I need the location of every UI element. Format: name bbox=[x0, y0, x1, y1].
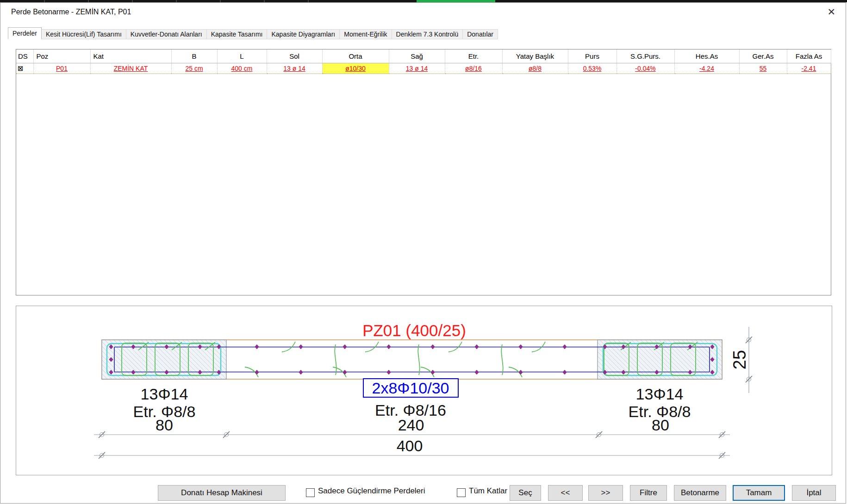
table-header-row: DS Poz Kat B L Sol Orta Sağ Etr. Yatay B… bbox=[16, 49, 831, 63]
col-header-ger-as: Ger.As bbox=[739, 49, 787, 63]
all-floors-checkbox[interactable] bbox=[457, 488, 466, 497]
only-strengthening-checkbox[interactable] bbox=[306, 488, 315, 497]
ds-checkbox[interactable]: ⊠ bbox=[16, 63, 33, 74]
cell-yatay-baslik[interactable]: ø8/8 bbox=[502, 63, 568, 74]
cell-l[interactable]: 400 cm bbox=[217, 63, 267, 74]
dim-left-label: 80 bbox=[156, 416, 173, 434]
wall-drawing-panel: PZ01 (400/25) bbox=[16, 306, 832, 475]
cell-b[interactable]: 25 cm bbox=[171, 63, 217, 74]
cell-sol[interactable]: 13 ø 14 bbox=[267, 63, 322, 74]
tab-kapasite-diyagramlari[interactable]: Kapasite Diyagramları bbox=[267, 29, 340, 39]
rebar-calculator-button[interactable]: Donatı Hesap Makinesi bbox=[158, 485, 286, 501]
col-header-etr: Etr. bbox=[445, 49, 502, 63]
wall-section-drawing: PZ01 (400/25) bbox=[16, 306, 832, 475]
thickness-dimension: 25 bbox=[730, 327, 752, 393]
tabbar: Perdeler Kesit Hücresi(Lif) Tasarımı Kuv… bbox=[8, 27, 498, 39]
concrete-button[interactable]: Betonarme bbox=[674, 485, 726, 501]
col-header-sag: Sağ bbox=[389, 49, 445, 63]
tab-moment-egrilik[interactable]: Moment-Eğrilik bbox=[340, 29, 392, 39]
dialog-title: Perde Betonarme - ZEMİN KAT, P01 bbox=[11, 8, 131, 16]
cell-purs[interactable]: 0.53% bbox=[568, 63, 617, 74]
tab-kuvvetler-donati[interactable]: Kuvvetler-Donatı Alanları bbox=[126, 29, 207, 39]
tab-kapasite-tasarimi[interactable]: Kapasite Tasarımı bbox=[207, 29, 268, 39]
col-header-l: L bbox=[217, 49, 267, 63]
perde-betonarme-dialog: Perde Betonarme - ZEMİN KAT, P01 ✕ Perde… bbox=[0, 2, 846, 504]
cell-ger-as[interactable]: 55 bbox=[739, 63, 787, 74]
screen: Perde Betonarme - ZEMİN KAT, P01 ✕ Perde… bbox=[0, 0, 847, 504]
total-dimension-line: 400 bbox=[94, 437, 730, 459]
col-header-kat: Kat bbox=[90, 49, 171, 63]
col-header-sg-purs: S.G.Purs. bbox=[617, 49, 674, 63]
next-button[interactable]: >> bbox=[588, 485, 623, 501]
filter-button[interactable]: Filtre bbox=[630, 485, 667, 501]
wall-table: DS Poz Kat B L Sol Orta Sağ Etr. Yatay B… bbox=[16, 49, 831, 74]
col-header-poz: Poz bbox=[33, 49, 90, 63]
only-strengthening-label: Sadece Güçlendirme Perdeleri bbox=[318, 486, 425, 496]
prev-button[interactable]: << bbox=[548, 485, 583, 501]
col-header-sol: Sol bbox=[267, 49, 322, 63]
titlebar: Perde Betonarme - ZEMİN KAT, P01 ✕ bbox=[0, 3, 846, 24]
close-icon[interactable]: ✕ bbox=[827, 6, 835, 18]
cancel-button[interactable]: İptal bbox=[792, 485, 836, 501]
tab-kesit-hucresi[interactable]: Kesit Hücresi(Lif) Tasarımı bbox=[42, 29, 126, 39]
cell-fazla-as[interactable]: -2.41 bbox=[787, 63, 831, 74]
left-zone-bars-label: 13Φ14 bbox=[141, 385, 188, 403]
select-button[interactable]: Seç bbox=[510, 485, 541, 501]
col-header-yatay-baslik: Yatay Başlık bbox=[502, 49, 568, 63]
all-floors-label: Tüm Katlar bbox=[469, 486, 507, 496]
col-header-ds: DS bbox=[16, 49, 33, 63]
left-boundary-zone-hatch bbox=[102, 340, 226, 379]
dim-total-label: 400 bbox=[397, 437, 423, 455]
middle-bars-label[interactable]: 2x8Φ10/30 bbox=[372, 379, 449, 397]
ok-button[interactable]: Tamam bbox=[733, 485, 785, 501]
cell-kat[interactable]: ZEMİN KAT bbox=[90, 63, 171, 74]
cell-sg-purs[interactable]: -0.04% bbox=[617, 63, 674, 74]
col-header-hes-as: Hes.As bbox=[674, 49, 739, 63]
section-title: PZ01 (400/25) bbox=[362, 321, 466, 339]
thickness-dim-label: 25 bbox=[730, 350, 749, 369]
tab-donatilar[interactable]: Donatılar bbox=[463, 29, 498, 39]
cell-sag[interactable]: 13 ø 14 bbox=[389, 63, 445, 74]
dim-right-label: 80 bbox=[652, 416, 669, 434]
cell-poz[interactable]: P01 bbox=[33, 63, 90, 74]
tab-perdeler[interactable]: Perdeler bbox=[8, 27, 42, 39]
cell-etr[interactable]: ø8/16 bbox=[445, 63, 502, 74]
col-header-orta: Orta bbox=[322, 49, 389, 63]
table-row-p01[interactable]: ⊠ P01 ZEMİN KAT 25 cm 400 cm 13 ø 14 ø10… bbox=[16, 63, 831, 74]
dim-middle-label: 240 bbox=[398, 416, 424, 434]
cell-hes-as[interactable]: -4.24 bbox=[674, 63, 739, 74]
right-zone-bars-label: 13Φ14 bbox=[636, 385, 684, 403]
col-header-b: B bbox=[171, 49, 217, 63]
wall-table-panel: DS Poz Kat B L Sol Orta Sağ Etr. Yatay B… bbox=[16, 49, 831, 295]
col-header-purs: Purs bbox=[568, 49, 617, 63]
cell-orta-highlighted[interactable]: ø10/30 bbox=[322, 63, 389, 74]
col-header-fazla-as: Fazla As bbox=[787, 49, 831, 63]
tab-denklem-kontrolu[interactable]: Denklem 7.3 Kontrolü bbox=[392, 29, 463, 39]
